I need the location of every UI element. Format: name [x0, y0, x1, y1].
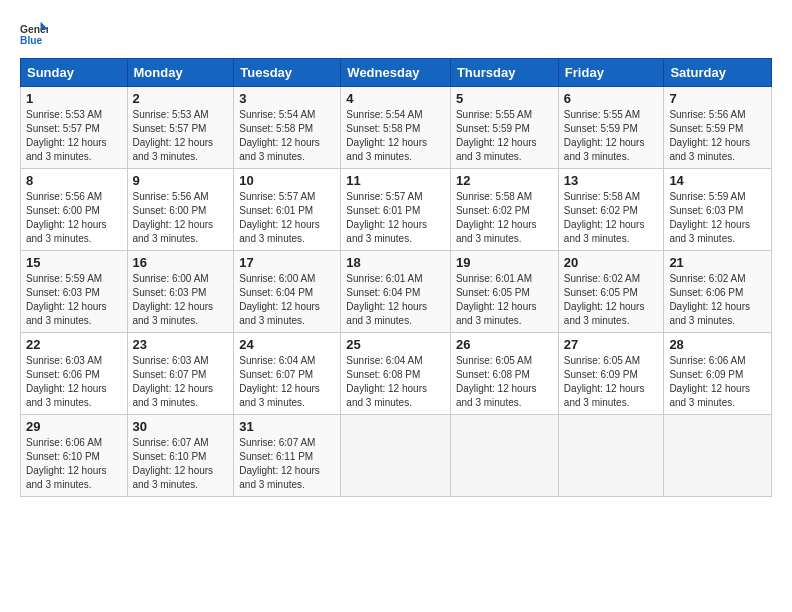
day-info: Sunrise: 5:53 AM Sunset: 5:57 PM Dayligh… [133, 108, 229, 164]
day-number: 15 [26, 255, 122, 270]
day-number: 11 [346, 173, 445, 188]
day-number: 26 [456, 337, 553, 352]
day-info: Sunrise: 5:58 AM Sunset: 6:02 PM Dayligh… [564, 190, 659, 246]
calendar-cell: 21Sunrise: 6:02 AM Sunset: 6:06 PM Dayli… [664, 251, 772, 333]
calendar-cell: 17Sunrise: 6:00 AM Sunset: 6:04 PM Dayli… [234, 251, 341, 333]
calendar-cell [558, 415, 664, 497]
day-number: 9 [133, 173, 229, 188]
calendar-cell: 4Sunrise: 5:54 AM Sunset: 5:58 PM Daylig… [341, 87, 451, 169]
calendar-cell: 19Sunrise: 6:01 AM Sunset: 6:05 PM Dayli… [450, 251, 558, 333]
day-number: 28 [669, 337, 766, 352]
day-info: Sunrise: 5:57 AM Sunset: 6:01 PM Dayligh… [346, 190, 445, 246]
day-info: Sunrise: 6:07 AM Sunset: 6:10 PM Dayligh… [133, 436, 229, 492]
calendar-cell: 12Sunrise: 5:58 AM Sunset: 6:02 PM Dayli… [450, 169, 558, 251]
calendar-cell: 15Sunrise: 5:59 AM Sunset: 6:03 PM Dayli… [21, 251, 128, 333]
calendar-body: 1Sunrise: 5:53 AM Sunset: 5:57 PM Daylig… [21, 87, 772, 497]
day-info: Sunrise: 6:01 AM Sunset: 6:05 PM Dayligh… [456, 272, 553, 328]
day-number: 6 [564, 91, 659, 106]
day-number: 24 [239, 337, 335, 352]
day-info: Sunrise: 5:56 AM Sunset: 6:00 PM Dayligh… [26, 190, 122, 246]
calendar-week-row: 1Sunrise: 5:53 AM Sunset: 5:57 PM Daylig… [21, 87, 772, 169]
day-number: 5 [456, 91, 553, 106]
calendar-cell: 13Sunrise: 5:58 AM Sunset: 6:02 PM Dayli… [558, 169, 664, 251]
day-info: Sunrise: 6:05 AM Sunset: 6:08 PM Dayligh… [456, 354, 553, 410]
day-info: Sunrise: 5:57 AM Sunset: 6:01 PM Dayligh… [239, 190, 335, 246]
day-number: 16 [133, 255, 229, 270]
day-info: Sunrise: 5:54 AM Sunset: 5:58 PM Dayligh… [239, 108, 335, 164]
day-info: Sunrise: 6:02 AM Sunset: 6:05 PM Dayligh… [564, 272, 659, 328]
day-number: 1 [26, 91, 122, 106]
day-info: Sunrise: 6:07 AM Sunset: 6:11 PM Dayligh… [239, 436, 335, 492]
calendar-cell: 29Sunrise: 6:06 AM Sunset: 6:10 PM Dayli… [21, 415, 128, 497]
day-info: Sunrise: 5:55 AM Sunset: 5:59 PM Dayligh… [564, 108, 659, 164]
calendar-cell: 31Sunrise: 6:07 AM Sunset: 6:11 PM Dayli… [234, 415, 341, 497]
col-sunday: Sunday [21, 59, 128, 87]
day-number: 27 [564, 337, 659, 352]
calendar-cell [450, 415, 558, 497]
calendar-cell [341, 415, 451, 497]
calendar-cell: 30Sunrise: 6:07 AM Sunset: 6:10 PM Dayli… [127, 415, 234, 497]
calendar-cell: 9Sunrise: 5:56 AM Sunset: 6:00 PM Daylig… [127, 169, 234, 251]
day-info: Sunrise: 6:06 AM Sunset: 6:09 PM Dayligh… [669, 354, 766, 410]
logo-icon: General Blue [20, 20, 48, 48]
calendar-week-row: 8Sunrise: 5:56 AM Sunset: 6:00 PM Daylig… [21, 169, 772, 251]
day-number: 13 [564, 173, 659, 188]
calendar-week-row: 22Sunrise: 6:03 AM Sunset: 6:06 PM Dayli… [21, 333, 772, 415]
calendar-cell: 7Sunrise: 5:56 AM Sunset: 5:59 PM Daylig… [664, 87, 772, 169]
day-info: Sunrise: 5:56 AM Sunset: 5:59 PM Dayligh… [669, 108, 766, 164]
day-info: Sunrise: 6:06 AM Sunset: 6:10 PM Dayligh… [26, 436, 122, 492]
page-header: General Blue [20, 20, 772, 48]
calendar-cell: 20Sunrise: 6:02 AM Sunset: 6:05 PM Dayli… [558, 251, 664, 333]
calendar-cell: 11Sunrise: 5:57 AM Sunset: 6:01 PM Dayli… [341, 169, 451, 251]
calendar-cell: 6Sunrise: 5:55 AM Sunset: 5:59 PM Daylig… [558, 87, 664, 169]
calendar-cell: 16Sunrise: 6:00 AM Sunset: 6:03 PM Dayli… [127, 251, 234, 333]
day-number: 2 [133, 91, 229, 106]
day-info: Sunrise: 6:05 AM Sunset: 6:09 PM Dayligh… [564, 354, 659, 410]
day-info: Sunrise: 5:58 AM Sunset: 6:02 PM Dayligh… [456, 190, 553, 246]
col-thursday: Thursday [450, 59, 558, 87]
day-number: 21 [669, 255, 766, 270]
calendar-cell: 27Sunrise: 6:05 AM Sunset: 6:09 PM Dayli… [558, 333, 664, 415]
day-number: 10 [239, 173, 335, 188]
day-info: Sunrise: 5:59 AM Sunset: 6:03 PM Dayligh… [669, 190, 766, 246]
col-saturday: Saturday [664, 59, 772, 87]
day-number: 14 [669, 173, 766, 188]
col-friday: Friday [558, 59, 664, 87]
col-monday: Monday [127, 59, 234, 87]
day-number: 12 [456, 173, 553, 188]
day-info: Sunrise: 5:53 AM Sunset: 5:57 PM Dayligh… [26, 108, 122, 164]
calendar-cell: 14Sunrise: 5:59 AM Sunset: 6:03 PM Dayli… [664, 169, 772, 251]
day-number: 23 [133, 337, 229, 352]
day-info: Sunrise: 6:00 AM Sunset: 6:03 PM Dayligh… [133, 272, 229, 328]
col-wednesday: Wednesday [341, 59, 451, 87]
calendar-header-row: Sunday Monday Tuesday Wednesday Thursday… [21, 59, 772, 87]
day-number: 25 [346, 337, 445, 352]
day-number: 3 [239, 91, 335, 106]
day-info: Sunrise: 5:56 AM Sunset: 6:00 PM Dayligh… [133, 190, 229, 246]
day-number: 18 [346, 255, 445, 270]
calendar-table: Sunday Monday Tuesday Wednesday Thursday… [20, 58, 772, 497]
day-info: Sunrise: 5:55 AM Sunset: 5:59 PM Dayligh… [456, 108, 553, 164]
svg-text:Blue: Blue [20, 35, 43, 46]
calendar-cell: 26Sunrise: 6:05 AM Sunset: 6:08 PM Dayli… [450, 333, 558, 415]
calendar-cell: 8Sunrise: 5:56 AM Sunset: 6:00 PM Daylig… [21, 169, 128, 251]
day-number: 19 [456, 255, 553, 270]
day-number: 7 [669, 91, 766, 106]
logo: General Blue [20, 20, 48, 48]
day-info: Sunrise: 6:02 AM Sunset: 6:06 PM Dayligh… [669, 272, 766, 328]
day-number: 17 [239, 255, 335, 270]
day-info: Sunrise: 6:01 AM Sunset: 6:04 PM Dayligh… [346, 272, 445, 328]
day-info: Sunrise: 6:04 AM Sunset: 6:08 PM Dayligh… [346, 354, 445, 410]
day-number: 31 [239, 419, 335, 434]
calendar-cell: 18Sunrise: 6:01 AM Sunset: 6:04 PM Dayli… [341, 251, 451, 333]
calendar-cell: 23Sunrise: 6:03 AM Sunset: 6:07 PM Dayli… [127, 333, 234, 415]
calendar-cell: 24Sunrise: 6:04 AM Sunset: 6:07 PM Dayli… [234, 333, 341, 415]
calendar-cell: 28Sunrise: 6:06 AM Sunset: 6:09 PM Dayli… [664, 333, 772, 415]
day-info: Sunrise: 6:03 AM Sunset: 6:07 PM Dayligh… [133, 354, 229, 410]
calendar-cell: 5Sunrise: 5:55 AM Sunset: 5:59 PM Daylig… [450, 87, 558, 169]
day-number: 29 [26, 419, 122, 434]
calendar-week-row: 15Sunrise: 5:59 AM Sunset: 6:03 PM Dayli… [21, 251, 772, 333]
day-number: 8 [26, 173, 122, 188]
calendar-cell: 1Sunrise: 5:53 AM Sunset: 5:57 PM Daylig… [21, 87, 128, 169]
calendar-cell: 2Sunrise: 5:53 AM Sunset: 5:57 PM Daylig… [127, 87, 234, 169]
